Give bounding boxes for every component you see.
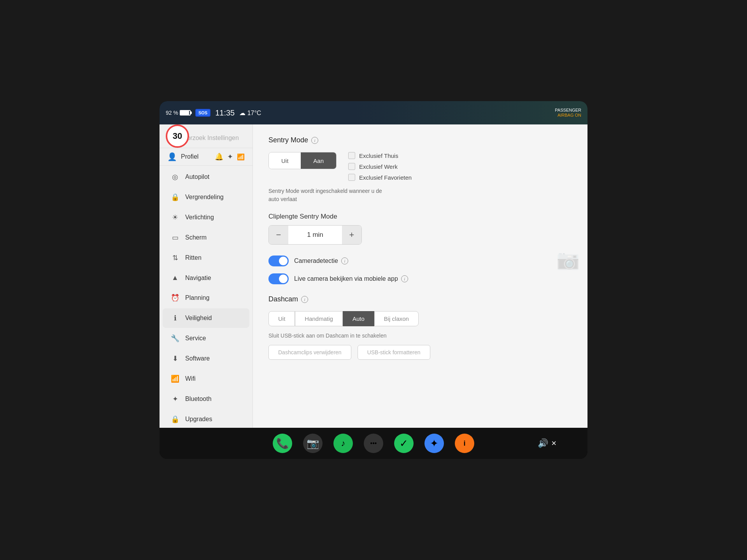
scherm-nav-icon: ▭	[170, 233, 180, 242]
wifi-nav-label: Wifi	[185, 375, 196, 382]
dashcam-uit-button[interactable]: Uit	[268, 311, 295, 326]
upgrades-nav-icon: 🔒	[170, 415, 180, 424]
software-nav-label: Software	[185, 355, 210, 362]
bluetooth-nav-label: Bluetooth	[185, 396, 212, 402]
navigatie-nav-icon: ▲	[170, 274, 180, 282]
taskbar: 📞 📷 ♪ ••• ✓ ✦ i 🔊 ×	[160, 428, 587, 459]
checkbox-exclusief-thuis[interactable]: Exclusief Thuis	[348, 152, 412, 159]
nav-list: ◎ Autopilot 🔒 Vergrendeling ☀ Verlichtin…	[160, 167, 253, 428]
clip-length-label: Cliplengte Sentry Mode	[268, 213, 572, 220]
cameradetectie-knob	[279, 257, 288, 265]
sentry-toggle-group: Uit Aan Exclusief Thuis Exclusief Werk E…	[268, 152, 572, 181]
sidebar-item-scherm[interactable]: ▭ Scherm	[163, 228, 249, 247]
passenger-airbag-label: PASSENGER AIRBAG ON	[555, 108, 581, 118]
dashcam-title: Dashcam i	[268, 295, 572, 303]
sos-badge[interactable]: SOS	[195, 109, 210, 117]
verlichting-nav-label: Verlichting	[185, 214, 214, 221]
veiligheid-nav-label: Veiligheid	[185, 315, 212, 322]
ritten-nav-icon: ⇅	[170, 254, 180, 262]
cameradetectie-label: Cameradetectie i	[294, 257, 348, 264]
dashcam-actions: Dashcamclips verwijderen USB-stick forma…	[268, 345, 572, 360]
battery-indicator: 92 %	[166, 110, 191, 116]
taskbar-info-icon[interactable]: i	[455, 434, 474, 453]
sentry-aan-button[interactable]: Aan	[301, 152, 336, 169]
bluetooth-nav-icon: ✦	[170, 395, 180, 403]
vergrendeling-nav-label: Vergrendeling	[185, 194, 224, 201]
profile-label: Profiel	[181, 153, 198, 160]
sentry-info-icon[interactable]: i	[311, 137, 318, 144]
sidebar-item-autopilot[interactable]: ◎ Autopilot	[163, 167, 249, 187]
signal-icon: 📶	[237, 153, 245, 161]
planning-nav-label: Planning	[185, 294, 209, 301]
clip-increment-button[interactable]: +	[342, 226, 361, 244]
checkbox-exclusief-favorieten[interactable]: Exclusief Favorieten	[348, 174, 412, 181]
ritten-nav-label: Ritten	[185, 254, 202, 261]
taskbar-phone-icon[interactable]: 📞	[273, 434, 292, 453]
upgrades-nav-label: Upgrades	[185, 416, 212, 423]
dashcam-auto-button[interactable]: Auto	[343, 311, 374, 326]
sidebar-item-software[interactable]: ⬇ Software	[163, 349, 249, 368]
bluetooth-icon: ✦	[227, 152, 233, 161]
format-usb-button[interactable]: USB-stick formatteren	[358, 345, 430, 360]
notification-icon: 🔔	[215, 152, 223, 161]
sidebar-item-vergrendeling[interactable]: 🔒 Vergrendeling	[163, 187, 249, 207]
sidebar-item-planning[interactable]: ⏰ Planning	[163, 288, 249, 308]
main-content: 🔍 Doorzoek Instellingen 👤 Profiel 🔔 ✦ 📶 …	[160, 124, 587, 428]
checkbox-box-thuis[interactable]	[348, 152, 355, 159]
planning-nav-icon: ⏰	[170, 294, 180, 302]
sidebar-item-upgrades[interactable]: 🔒 Upgrades	[163, 410, 249, 428]
checkbox-box-favorieten[interactable]	[348, 174, 355, 181]
sidebar-item-verlichting[interactable]: ☀ Verlichting	[163, 208, 249, 227]
sidebar-item-wifi[interactable]: 📶 Wifi	[163, 369, 249, 388]
delete-clips-button[interactable]: Dashcamclips verwijderen	[268, 345, 351, 360]
taskbar-more-icon[interactable]: •••	[364, 434, 383, 453]
checkbox-exclusief-werk[interactable]: Exclusief Werk	[348, 163, 412, 170]
settings-panel: Sentry Mode i Uit Aan Exclusief Thuis Ex…	[253, 124, 587, 428]
sentry-description: Sentry Mode wordt ingeschakeld wanneer u…	[268, 187, 385, 203]
service-nav-label: Service	[185, 335, 206, 342]
scherm-nav-label: Scherm	[185, 234, 207, 241]
sidebar-item-service[interactable]: 🔧 Service	[163, 329, 249, 348]
livecamera-info-icon[interactable]: i	[401, 275, 408, 282]
autopilot-nav-icon: ◎	[170, 173, 180, 181]
navigatie-nav-label: Navigatie	[185, 275, 211, 282]
checkbox-box-werk[interactable]	[348, 163, 355, 170]
profile-section[interactable]: 👤 Profiel 🔔 ✦ 📶	[160, 148, 253, 166]
autopilot-nav-label: Autopilot	[185, 173, 209, 180]
livecamera-knob	[279, 275, 288, 283]
cameradetectie-info-icon[interactable]: i	[341, 257, 348, 264]
dashcam-bijclaxon-button[interactable]: Bij claxon	[374, 311, 419, 326]
profile-icon: 👤	[167, 152, 177, 161]
volume-control[interactable]: 🔊 ×	[538, 438, 556, 448]
service-nav-icon: 🔧	[170, 334, 180, 343]
dashcam-handmatig-button[interactable]: Handmatig	[295, 311, 343, 326]
veiligheid-nav-icon: ℹ	[170, 314, 180, 322]
mute-icon: ×	[551, 438, 556, 448]
dashcam-mode-group: Uit Handmatig Auto Bij claxon	[268, 311, 572, 326]
status-bar: 92 % SOS 11:35 ☁ 17°C PASSENGER AIRBAG O…	[160, 101, 587, 124]
taskbar-maps-icon[interactable]: ✓	[394, 434, 414, 453]
software-nav-icon: ⬇	[170, 354, 180, 363]
sentry-uit-button[interactable]: Uit	[269, 152, 301, 169]
dashcam-info-icon[interactable]: i	[301, 296, 308, 303]
sentry-mode-title: Sentry Mode i	[268, 136, 572, 144]
sidebar-item-veiligheid[interactable]: ℹ Veiligheid	[163, 308, 249, 328]
dashcam-section: Dashcam i Uit Handmatig Auto Bij claxon …	[268, 295, 572, 360]
taskbar-spotify-icon[interactable]: ♪	[333, 434, 353, 453]
sidebar-item-navigatie[interactable]: ▲ Navigatie	[163, 268, 249, 287]
volume-icon: 🔊	[538, 438, 548, 448]
taskbar-bluetooth-icon[interactable]: ✦	[424, 434, 444, 453]
wifi-nav-icon: 📶	[170, 374, 180, 383]
cameradetectie-toggle[interactable]	[268, 256, 289, 266]
clip-decrement-button[interactable]: −	[269, 226, 288, 244]
taskbar-camera-icon[interactable]: 📷	[303, 434, 323, 453]
sidebar-item-ritten[interactable]: ⇅ Ritten	[163, 248, 249, 268]
sidebar: 🔍 Doorzoek Instellingen 👤 Profiel 🔔 ✦ 📶 …	[160, 124, 253, 428]
sidebar-item-bluetooth[interactable]: ✦ Bluetooth	[163, 389, 249, 409]
livecamera-toggle[interactable]	[268, 273, 289, 284]
sentry-mode-toggle[interactable]: Uit Aan	[268, 152, 337, 169]
vergrendeling-nav-icon: 🔒	[170, 193, 180, 201]
livecamera-row: Live camera bekijken via mobiele app i	[268, 273, 572, 284]
status-time: 11:35	[215, 108, 235, 117]
dashcam-note: Sluit USB-stick aan om Dashcam in te sch…	[268, 332, 572, 339]
